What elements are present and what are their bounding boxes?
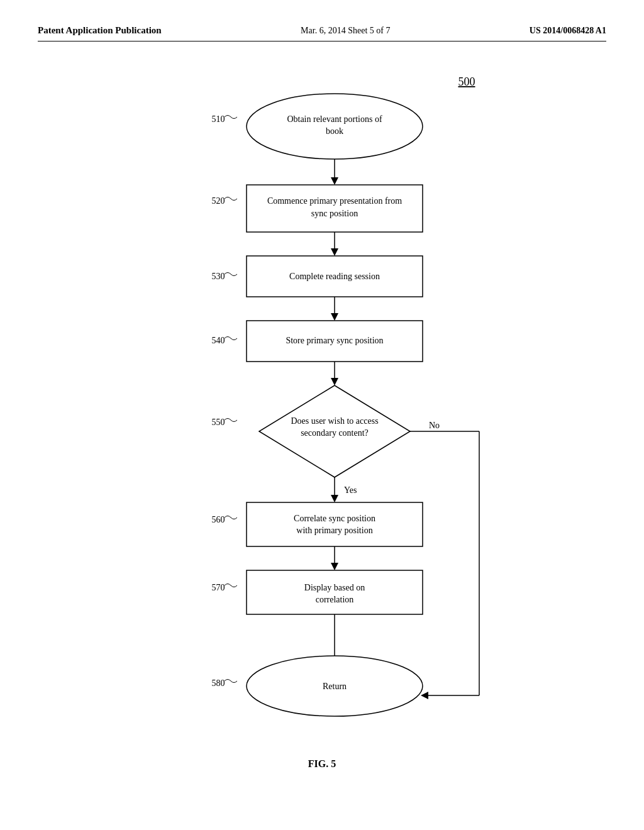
node-510-label: 510 (212, 114, 225, 124)
node-580-squiggle (225, 680, 237, 683)
node-580-label: 580 (212, 678, 225, 688)
flowchart-svg: 500 510 Obtain relevant portions of book… (102, 60, 542, 752)
header-right: US 2014/0068428 A1 (530, 26, 606, 36)
header-left: Patent Application Publication (38, 25, 162, 36)
node-550-text2: secondary content? (301, 428, 369, 438)
label-no: No (429, 421, 440, 430)
node-560-text: Correlate sync position (294, 514, 375, 523)
node-530-squiggle (225, 273, 237, 276)
node-570-text: Display based on (304, 583, 365, 592)
arrowhead-510-520 (331, 177, 338, 185)
node-580-text: Return (323, 682, 347, 691)
arrowhead-no (421, 692, 428, 699)
arrowhead-540-550 (331, 378, 338, 385)
node-560-text2: with primary position (296, 526, 372, 535)
page-header: Patent Application Publication Mar. 6, 2… (38, 25, 606, 42)
node-530-label: 530 (212, 272, 225, 281)
node-570-label: 570 (212, 583, 225, 592)
header-center: Mar. 6, 2014 Sheet 5 of 7 (301, 26, 390, 36)
page: Patent Application Publication Mar. 6, 2… (0, 0, 644, 830)
node-510-text: Obtain relevant portions of (287, 114, 382, 124)
node-570-shape (247, 570, 423, 614)
node-520-squiggle (225, 197, 237, 201)
arrowhead-530-540 (331, 313, 338, 321)
node-540-squiggle (225, 337, 237, 340)
node-560-squiggle (225, 516, 237, 519)
node-560-shape (247, 502, 423, 546)
node-520-label: 520 (212, 196, 225, 206)
figure-number: 500 (458, 75, 475, 88)
node-510-squiggle (225, 116, 237, 119)
node-520-text: Commence primary presentation from (267, 196, 402, 206)
node-570-squiggle (225, 584, 237, 587)
flowchart-diagram: 500 510 Obtain relevant portions of book… (38, 60, 606, 770)
figure-label: FIG. 5 (38, 758, 606, 770)
node-540-label: 540 (212, 336, 225, 345)
label-yes: Yes (344, 485, 357, 495)
arrowhead-550-560 (331, 495, 338, 502)
arrowhead-560-570 (331, 563, 338, 570)
node-550-label: 550 (212, 418, 225, 427)
node-550-text: Does user wish to access (291, 416, 378, 426)
node-540-text: Store primary sync position (286, 336, 383, 345)
node-550-squiggle (225, 419, 237, 422)
node-560-label: 560 (212, 515, 225, 524)
node-520-text2: sync position (311, 209, 358, 218)
node-530-text: Complete reading session (289, 272, 380, 281)
arrowhead-520-530 (331, 248, 338, 256)
node-570-text2: correlation (316, 595, 354, 604)
node-510-text2: book (326, 126, 343, 136)
